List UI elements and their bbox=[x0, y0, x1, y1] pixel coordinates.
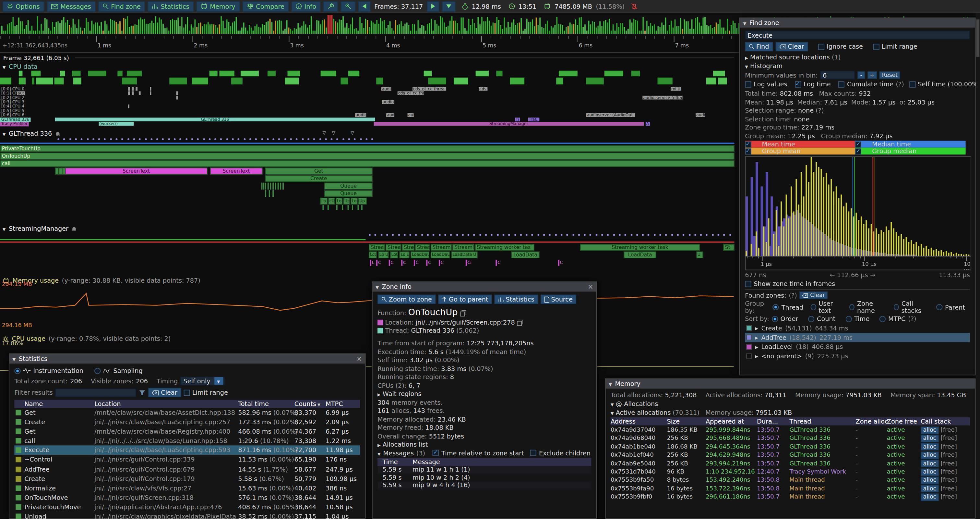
free-callstack-link[interactable]: [free] bbox=[941, 451, 957, 458]
zone-segment[interactable]: C bbox=[389, 260, 394, 266]
zone-segment[interactable]: ScreenText bbox=[210, 168, 262, 175]
min-bin-input[interactable] bbox=[820, 71, 855, 80]
zone-segment[interactable]: Ci bbox=[466, 260, 472, 266]
section-streaming[interactable]: StreamingManager bbox=[3, 225, 77, 232]
ignore-case-checkbox[interactable] bbox=[818, 43, 824, 50]
table-row[interactable]: 0x74a9d68040 256 KB 295,668,489ns 13:50.… bbox=[611, 434, 970, 442]
zone-segment[interactable]: cds bbox=[479, 87, 487, 91]
zone-statistics-button[interactable]: Statistics bbox=[495, 295, 538, 304]
funnel-icon[interactable] bbox=[139, 390, 146, 396]
table-row[interactable]: Create jni/../jni/src/claw/base/LuaScrip… bbox=[14, 417, 360, 427]
zone-segment[interactable]: Streaming worker tas bbox=[475, 244, 535, 251]
section-memory-usage[interactable]: Memory usage(y-range: 30.88 KB, visible … bbox=[3, 277, 200, 284]
group-by-radio[interactable]: User text bbox=[811, 300, 842, 314]
wait-regions-toggle[interactable]: Wait regions bbox=[377, 390, 591, 397]
sort-by-radio[interactable]: Count bbox=[808, 315, 838, 322]
zone-segment[interactable]: TraC bbox=[528, 118, 539, 121]
zone-segment[interactable] bbox=[336, 205, 337, 210]
sampling-radio[interactable] bbox=[95, 367, 101, 374]
zone-segment[interactable]: audioserver (AudioOut_D) bbox=[586, 113, 635, 117]
zone-segment[interactable]: audios bbox=[381, 87, 391, 91]
scrollbar-thumb[interactable] bbox=[976, 19, 979, 57]
zone-segment[interactable] bbox=[135, 87, 137, 91]
histogram-option[interactable]: Log time bbox=[795, 81, 834, 88]
zone-segment[interactable] bbox=[176, 96, 178, 100]
table-row[interactable]: call jni/../jni/../../../src/claw/base/L… bbox=[14, 436, 360, 446]
bell-slash-icon[interactable] bbox=[631, 3, 638, 10]
memory-table-header[interactable]: Address Size Appeared at Dura... Thread … bbox=[611, 417, 970, 426]
sort-by-radio[interactable]: Time bbox=[845, 315, 872, 322]
zone-segment[interactable] bbox=[139, 91, 141, 95]
zone-segment[interactable] bbox=[348, 205, 349, 210]
zone-segment[interactable]: Lo bbox=[320, 198, 328, 204]
free-callstack-link[interactable]: [free] bbox=[941, 493, 957, 500]
tools-button[interactable] bbox=[323, 1, 338, 12]
radio[interactable] bbox=[845, 316, 851, 322]
legend-item[interactable]: Mean time bbox=[745, 141, 855, 148]
table-row[interactable]: 0x74ab1be040 186.68 KB 294,645,364ns 13:… bbox=[611, 442, 970, 450]
zone-segment[interactable]: audio bbox=[695, 113, 705, 117]
message-row[interactable]: 5.59 smip 11 w 1 h 1 (1) bbox=[377, 466, 591, 474]
zoom-to-zone-button[interactable]: Zoom to zone bbox=[377, 295, 436, 304]
alloc-callstack-button[interactable]: alloc bbox=[921, 468, 939, 476]
zone-segment[interactable] bbox=[357, 205, 359, 210]
message-marker-icon[interactable] bbox=[332, 131, 335, 136]
find-zone-histogram[interactable]: 1 µs10 µs100 µs bbox=[745, 156, 971, 270]
alloc-callstack-button[interactable]: alloc bbox=[921, 477, 939, 484]
zone-info-titlebar[interactable]: Zone info× bbox=[372, 282, 597, 292]
zone-segment[interactable]: Up bbox=[343, 198, 350, 204]
memory-button[interactable]: Memory bbox=[196, 1, 240, 12]
zone-segment[interactable]: audiose bbox=[382, 100, 395, 104]
zone-segment[interactable] bbox=[150, 87, 151, 91]
zoom-tool-button[interactable] bbox=[340, 1, 355, 12]
zone-segment[interactable] bbox=[361, 205, 363, 210]
zone-segment[interactable] bbox=[272, 183, 274, 190]
zone-segment[interactable]: C bbox=[439, 260, 444, 266]
limit-range-checkbox[interactable] bbox=[873, 43, 879, 50]
zone-segment[interactable]: U bbox=[696, 252, 703, 259]
zone-segment[interactable]: OnTouchUp bbox=[0, 153, 735, 160]
table-row[interactable]: Get /mnt/e/claw/src/claw/base/Registry.h… bbox=[14, 427, 360, 436]
bin-plus-button[interactable]: + bbox=[867, 72, 877, 79]
zone-segment[interactable]: Ti bbox=[515, 118, 520, 121]
zone-segment[interactable] bbox=[275, 183, 276, 190]
message-marker-icon[interactable] bbox=[322, 131, 326, 136]
group-by-radio[interactable]: Zone name bbox=[849, 300, 886, 314]
zone-segment[interactable]: Stre bbox=[402, 244, 414, 251]
messages-button[interactable]: Messages bbox=[47, 1, 95, 12]
zone-segment[interactable]: Queue bbox=[324, 190, 372, 197]
table-row[interactable]: OnTouchMove jni/../jni/src/guif/Screen.c… bbox=[14, 493, 360, 502]
zone-segment[interactable] bbox=[132, 87, 134, 91]
section-glthread[interactable]: GLThread 336 bbox=[3, 130, 61, 137]
zone-segment[interactable] bbox=[352, 205, 353, 210]
zone-segment[interactable]: cds_ol_rx_thr bbox=[398, 91, 424, 95]
zone-segment[interactable]: StreamingManager bbox=[374, 122, 644, 126]
found-zone-row[interactable]: AddTree (18,542) 227.19 ms bbox=[745, 333, 970, 342]
statistics-button[interactable]: Statistics bbox=[148, 1, 194, 12]
table-row[interactable]: 0x74ab1ef040 256 KB 294,629,948ns 13:50.… bbox=[611, 450, 970, 459]
zone-segment[interactable]: Strea bbox=[369, 244, 385, 251]
filter-input[interactable] bbox=[55, 388, 137, 397]
messages-toggle[interactable]: Messages (3) Time relative to zone start… bbox=[377, 450, 591, 456]
checkbox[interactable] bbox=[795, 81, 801, 87]
zone-segment[interactable]: Strea bbox=[386, 244, 401, 251]
found-zone-row[interactable]: Create (54,131) 643.34 ms bbox=[745, 323, 970, 333]
zone-segment[interactable]: L bbox=[370, 260, 375, 266]
zone-segment[interactable] bbox=[322, 205, 324, 210]
zone-segment[interactable]: A bbox=[646, 122, 650, 126]
table-row[interactable]: 0x7553b9fbf0 16 bytes 296,661,186ns 13:5… bbox=[611, 492, 970, 501]
zone-segment[interactable] bbox=[55, 168, 59, 175]
section-cpu-data[interactable]: CPU data bbox=[3, 63, 38, 70]
zone-segment[interactable]: LoadData U bbox=[452, 252, 478, 259]
zone-segment[interactable]: Lo U bbox=[399, 252, 410, 259]
main-scrollbar[interactable] bbox=[976, 13, 980, 519]
zone-segment[interactable]: PrivateTouchUp bbox=[0, 145, 735, 152]
zone-segment[interactable]: call bbox=[0, 160, 735, 167]
table-row[interactable]: Create jni/../jni/src/guif/Control.cpp:1… bbox=[14, 474, 360, 483]
close-icon[interactable]: × bbox=[357, 355, 362, 362]
message-row[interactable]: 5.59 smip 10 w 2 h 2 (4) bbox=[377, 474, 591, 482]
reset-button[interactable]: Reset bbox=[880, 72, 900, 79]
legend-item[interactable]: Group median bbox=[855, 148, 966, 155]
zone-segment[interactable] bbox=[150, 91, 151, 95]
clear-found-button[interactable]: Clear bbox=[800, 291, 827, 299]
